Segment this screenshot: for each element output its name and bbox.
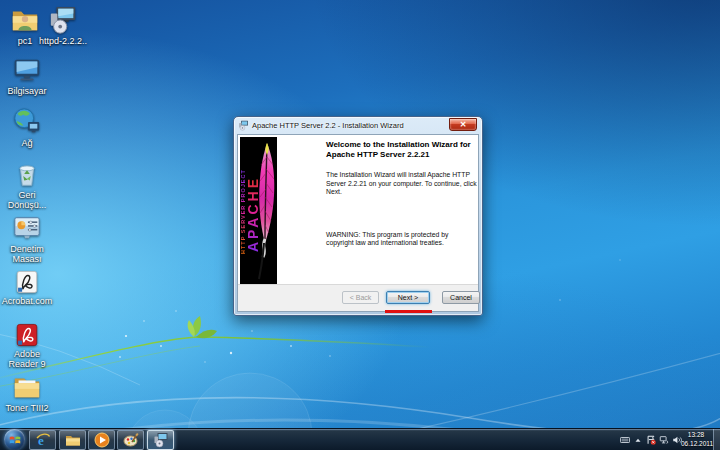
msi-window-icon xyxy=(238,120,249,131)
wizard-warning-text: WARNING: This program is protected by co… xyxy=(326,231,476,248)
show-hidden-icons-arrow[interactable] xyxy=(633,435,643,445)
adobe-reader-icon xyxy=(14,322,40,348)
taskbar-installer-active[interactable] xyxy=(147,430,174,450)
network-globe-icon xyxy=(12,107,42,137)
keyboard-tray-icon[interactable] xyxy=(620,435,630,445)
apache-banner: HTTP SERVER PROJECT APACHE xyxy=(240,137,277,287)
wizard-text-area: Welcome to the Installation Wizard for A… xyxy=(326,135,472,248)
msi-installer-icon xyxy=(48,5,78,35)
desktop-icon-httpd-installer[interactable]: httpd-2.2.2.. xyxy=(36,5,90,46)
desktop-icon-label: Toner TIII2 xyxy=(0,403,54,413)
show-desktop-button[interactable] xyxy=(713,429,720,450)
recycle-bin-icon xyxy=(12,159,42,189)
desktop-icon-label: httpd-2.2.2.. xyxy=(36,36,90,46)
computer-icon xyxy=(12,55,42,85)
desktop-icon-network[interactable]: Ağ xyxy=(0,107,54,148)
taskbar-media-player[interactable] xyxy=(88,430,115,450)
desktop-icon-label: Adobe Reader 9 xyxy=(0,349,54,369)
desktop-icon-computer[interactable]: Bilgisayar xyxy=(0,55,54,96)
system-tray xyxy=(620,429,682,450)
media-player-icon xyxy=(94,432,110,448)
taskbar-clock[interactable]: 13:28 06.12.2011 xyxy=(681,430,711,448)
taskbar-paint[interactable] xyxy=(117,430,144,450)
start-button[interactable] xyxy=(4,429,25,450)
wizard-client-area: HTTP SERVER PROJECT APACHE xyxy=(237,134,479,312)
installer-window: Apache HTTP Server 2.2 - Installation Wi… xyxy=(233,116,483,316)
msi-installer-icon xyxy=(153,432,169,448)
clock-time: 13:28 xyxy=(681,430,711,439)
taskbar: e xyxy=(0,428,720,450)
taskbar-windows-explorer[interactable] xyxy=(59,430,86,450)
desktop-icon-label: Acrobat.com xyxy=(0,296,54,306)
desktop-icon-acrobat-com[interactable]: Acrobat.com xyxy=(0,269,54,306)
apache-feather-icon xyxy=(253,139,277,285)
folder-icon xyxy=(65,432,81,448)
desktop-icon-control-panel[interactable]: Denetim Masası xyxy=(0,213,54,264)
folder-icon xyxy=(12,372,42,402)
back-button[interactable]: < Back xyxy=(342,291,379,304)
desktop-icon-label: Bilgisayar xyxy=(0,86,54,96)
wizard-button-strip: < Back Next > Cancel xyxy=(238,284,478,311)
screen: pc1 httpd-2.2.2.. Bilgisayar xyxy=(0,0,720,450)
wizard-body-text: The Installation Wizard will install Apa… xyxy=(326,171,482,197)
desktop-icon-adobe-reader[interactable]: Adobe Reader 9 xyxy=(0,322,54,369)
next-button-annotation xyxy=(385,310,432,313)
window-titlebar[interactable]: Apache HTTP Server 2.2 - Installation Wi… xyxy=(234,117,482,134)
clock-date: 06.12.2011 xyxy=(681,439,711,448)
acrobat-icon xyxy=(14,269,40,295)
next-button[interactable]: Next > xyxy=(386,291,430,304)
desktop-icon-label: Ağ xyxy=(0,138,54,148)
desktop-icon-label: Geri Dönüşü... xyxy=(0,190,54,210)
desktop-icon-recycle-bin[interactable]: Geri Dönüşü... xyxy=(0,159,54,210)
windows-logo-icon xyxy=(9,434,21,446)
wizard-heading: Welcome to the Installation Wizard for A… xyxy=(326,140,472,159)
close-button[interactable]: ✕ xyxy=(449,118,477,131)
desktop-icon-toner-folder[interactable]: Toner TIII2 xyxy=(0,372,54,413)
paint-icon xyxy=(123,432,139,448)
control-panel-icon xyxy=(12,213,42,243)
window-title: Apache HTTP Server 2.2 - Installation Wi… xyxy=(252,121,404,130)
taskbar-internet-explorer[interactable]: e xyxy=(29,430,56,450)
action-center-flag-icon[interactable] xyxy=(646,435,656,445)
desktop-icon-label: Denetim Masası xyxy=(0,244,54,264)
network-tray-icon[interactable] xyxy=(659,435,669,445)
internet-explorer-icon: e xyxy=(35,432,51,448)
cancel-button[interactable]: Cancel xyxy=(442,291,480,304)
